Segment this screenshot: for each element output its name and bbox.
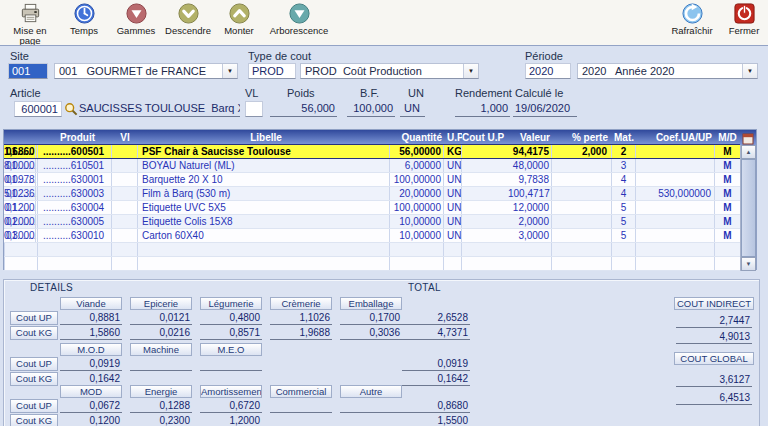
periode-combobox[interactable]: 2020 Année 2020 ▼ bbox=[577, 63, 758, 79]
table-row[interactable]: 01..................630001Barquette 20 X… bbox=[4, 173, 740, 187]
cell-coef bbox=[636, 173, 715, 186]
table-scrollbar[interactable]: ▲ ▼ bbox=[740, 145, 756, 271]
details-column-header: M.E.O bbox=[200, 343, 262, 356]
table-row[interactable]: 01..................630010Carton 60X4010… bbox=[4, 229, 740, 243]
column-header-md[interactable]: M/D bbox=[715, 130, 740, 145]
details-value-cell: 0,3036 bbox=[340, 326, 402, 340]
table-row[interactable]: 01..................630004Etiquette UVC … bbox=[4, 201, 740, 215]
details-total-cell: 0,8680 bbox=[402, 399, 470, 413]
column-header-produit[interactable]: Produit bbox=[38, 130, 112, 145]
cell-md: M bbox=[715, 187, 740, 200]
scroll-up-button[interactable]: ▲ bbox=[741, 145, 756, 159]
site-code-field[interactable]: 001 bbox=[8, 63, 48, 79]
chevron-down-icon[interactable]: ▼ bbox=[463, 64, 478, 78]
cell-valeur: 94,4175 bbox=[508, 145, 552, 158]
periode-code-field[interactable]: 2020 bbox=[525, 63, 571, 79]
site-combobox[interactable]: 001 GOURMET de FRANCE ▼ bbox=[54, 63, 238, 79]
table-row[interactable]: 01..................610501BOYAU Naturel … bbox=[4, 159, 740, 173]
table-properties-icon[interactable] bbox=[742, 131, 754, 143]
circle-arrow-down-red-icon bbox=[125, 2, 148, 25]
cell-mat: 3 bbox=[612, 159, 636, 172]
search-icon[interactable] bbox=[64, 102, 78, 116]
details-value-cell: 0,0121 bbox=[130, 311, 192, 325]
article-code-field[interactable]: 600001 bbox=[14, 101, 62, 117]
vl-field[interactable] bbox=[245, 101, 263, 117]
details-row-label: Cout KG bbox=[10, 326, 58, 340]
cell-valeur bbox=[508, 243, 552, 256]
column-header-valeur[interactable]: Valeur bbox=[508, 130, 552, 145]
cell-up bbox=[444, 243, 462, 256]
descendre-button[interactable]: Descendre bbox=[160, 2, 216, 44]
fermer-button[interactable]: Fermer bbox=[716, 2, 768, 44]
arborescence-button[interactable]: Arborescence bbox=[268, 2, 330, 44]
cell-vl bbox=[112, 229, 138, 242]
cell-quantite: 10,00000 bbox=[390, 229, 444, 242]
details-value-cell: 0,0216 bbox=[130, 326, 192, 340]
type-cout-code-field[interactable]: PROD bbox=[248, 63, 296, 79]
details-value-cell: 0,1288 bbox=[130, 399, 192, 413]
cell-coef bbox=[636, 229, 715, 242]
cell-perte: 2,000 bbox=[552, 145, 612, 158]
toolbar: Mise en page Temps Gammes Descendre Mont… bbox=[0, 0, 768, 45]
details-value-cell bbox=[130, 372, 192, 386]
cell-produit bbox=[38, 243, 112, 256]
site-combobox-value: 001 GOURMET de FRANCE bbox=[55, 64, 222, 78]
details-value-cell bbox=[270, 399, 332, 413]
temps-button[interactable]: Temps bbox=[56, 2, 112, 44]
table-row[interactable]: 01..................630005Etiquette Coli… bbox=[4, 215, 740, 229]
rendement-label: Rendement bbox=[455, 87, 512, 99]
column-header-vl[interactable]: Vl bbox=[112, 130, 138, 145]
mise-en-page-button[interactable]: Mise en page bbox=[2, 2, 58, 44]
details-column-header: Epicerie bbox=[130, 297, 192, 310]
cell-up: KG bbox=[444, 145, 462, 158]
total-title: TOTAL bbox=[408, 282, 441, 293]
details-value-cell: 0,8881 bbox=[60, 311, 122, 325]
cell-libelle bbox=[138, 243, 390, 256]
cell-vl bbox=[112, 215, 138, 228]
details-column-header: Crèmerie bbox=[270, 297, 332, 310]
cell-mat: 4 bbox=[612, 187, 636, 200]
table-row[interactable]: 01................600501PSF Chair à Sauc… bbox=[4, 144, 740, 159]
chevron-up-icon bbox=[228, 2, 251, 25]
cell-perte bbox=[552, 257, 612, 270]
column-header-level[interactable] bbox=[4, 130, 38, 145]
rendement-field[interactable]: 1,000 bbox=[455, 101, 510, 117]
cell-quantite: 20,00000 bbox=[390, 187, 444, 200]
table-row[interactable]: 01..................630003Film à Barq (5… bbox=[4, 187, 740, 201]
chevron-down-icon[interactable]: ▼ bbox=[222, 64, 237, 78]
scrollbar-thumb[interactable] bbox=[741, 159, 756, 257]
cell-libelle: Barquette 20 X 10 bbox=[138, 173, 390, 186]
bf-field[interactable]: 100,000 bbox=[347, 101, 395, 117]
scroll-down-button[interactable]: ▼ bbox=[741, 257, 756, 271]
chevron-down-icon[interactable]: ▼ bbox=[742, 64, 757, 78]
type-cout-combobox[interactable]: PROD Coût Production ▼ bbox=[300, 63, 479, 79]
details-column-header: Machine bbox=[130, 343, 192, 356]
monter-button[interactable]: Monter bbox=[211, 2, 267, 44]
cell-md bbox=[715, 257, 740, 270]
column-header-quantite[interactable]: Quantité bbox=[390, 130, 444, 145]
column-header-perte[interactable]: % perte bbox=[552, 130, 612, 145]
vl-label: VL bbox=[245, 87, 258, 99]
cell-md: M bbox=[715, 201, 740, 214]
cell-coef bbox=[636, 257, 715, 270]
details-value-cell: 1,9688 bbox=[270, 326, 332, 340]
cell-quantite: 100,00000 bbox=[390, 201, 444, 214]
details-panel: DETAILS TOTAL ViandeEpicerieLégumerieCrè… bbox=[3, 279, 760, 426]
site-label: Site bbox=[10, 50, 29, 62]
cell-md bbox=[715, 243, 740, 256]
cell-up: UN bbox=[444, 187, 462, 200]
column-header-libelle[interactable]: Libelle bbox=[138, 130, 390, 145]
article-name-field[interactable]: SAUCISSES TOULOUSE Barq X 6. bbox=[79, 101, 240, 117]
poids-field[interactable]: 56,000 bbox=[270, 101, 337, 117]
cell-mat bbox=[612, 243, 636, 256]
column-header-mat[interactable]: Mat. bbox=[612, 130, 636, 145]
cell-mat: 5 bbox=[612, 229, 636, 242]
details-value-cell: 0,1642 bbox=[60, 372, 122, 386]
details-title: DETAILS bbox=[30, 282, 73, 293]
rafraichir-button[interactable]: Rafraîchir bbox=[664, 2, 720, 44]
column-header-cout-up[interactable]: Cout U.P bbox=[462, 130, 508, 145]
cell-level bbox=[4, 243, 38, 256]
column-header-up[interactable]: U.P bbox=[444, 130, 462, 145]
column-header-coef[interactable]: Coef.UA/UP bbox=[636, 130, 715, 145]
gammes-button[interactable]: Gammes bbox=[108, 2, 164, 44]
